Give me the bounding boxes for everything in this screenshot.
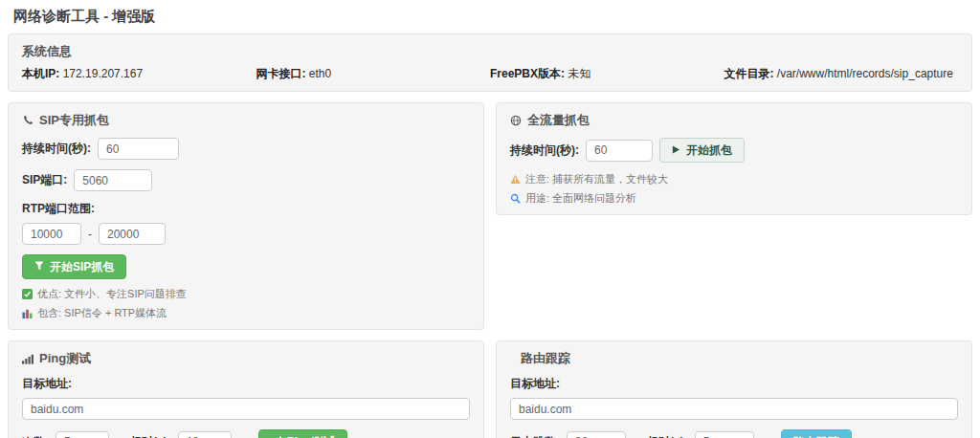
full-duration-label: 持续时间(秒): <box>510 142 579 159</box>
system-info-panel: 系统信息 本机IP: 172.19.207.167 网卡接口: eth0 Fre… <box>8 33 972 92</box>
full-duration-input[interactable] <box>586 140 653 162</box>
local-ip-value: 172.19.207.167 <box>63 67 143 80</box>
full-capture-panel: 全流量抓包 持续时间(秒): 开始抓包 注意: 捕获所有流量，文件较大 <box>496 102 972 215</box>
warning-icon <box>510 174 521 185</box>
traceroute-header: 路由跟踪 <box>510 350 958 367</box>
check-square-icon <box>22 289 33 299</box>
capture-row: SIP专用抓包 持续时间(秒): SIP端口: RTP端口范围: - <box>8 102 972 330</box>
sip-port-input[interactable] <box>74 169 152 191</box>
system-info-items: 本机IP: 172.19.207.167 网卡接口: eth0 FreePBX版… <box>22 66 958 82</box>
traceroute-panel: 路由跟踪 目标地址: 最大跳数: 超时(s): 路由跟踪 <box>496 340 972 438</box>
start-sip-capture-label: 开始SIP抓包 <box>50 261 114 273</box>
full-capture-notes: 注意: 捕获所有流量，文件较大 用途: 全面网络问题分析 <box>510 172 958 206</box>
full-note-purpose: 用途: 全面网络问题分析 <box>510 191 958 206</box>
sip-capture-panel: SIP专用抓包 持续时间(秒): SIP端口: RTP端口范围: - <box>8 102 484 330</box>
ping-test-header: Ping测试 <box>22 350 470 367</box>
ping-count-input[interactable] <box>56 431 109 438</box>
full-note-warning-text: 注意: 捕获所有流量，文件较大 <box>525 172 668 186</box>
ping-timeout-label: 超时(s): <box>130 434 171 438</box>
file-directory-item: 文件目录: /var/www/html/records/sip_capture <box>724 66 959 82</box>
ping-test-title: Ping测试 <box>39 350 91 367</box>
sip-capture-header: SIP专用抓包 <box>22 112 470 129</box>
sip-duration-label: 持续时间(秒): <box>22 141 91 157</box>
traceroute-button[interactable]: 路由跟踪 <box>781 429 852 438</box>
ping-target-label: 目标地址: <box>22 376 470 392</box>
local-ip-item: 本机IP: 172.19.207.167 <box>22 66 256 82</box>
start-sip-capture-button[interactable]: 开始SIP抓包 <box>22 254 126 279</box>
max-hops-input[interactable] <box>567 431 626 438</box>
start-full-capture-label: 开始抓包 <box>686 144 732 156</box>
globe-icon <box>510 115 522 126</box>
test-row: Ping测试 目标地址: 次数: 超时(s): Ping测试 <box>8 340 972 438</box>
freepbx-version-value: 未知 <box>568 67 590 80</box>
traceroute-timeout-label: 超时(s): <box>647 434 688 438</box>
ping-target-input[interactable] <box>22 398 470 420</box>
local-ip-label: 本机IP: <box>22 67 59 80</box>
freepbx-version-item: FreePBX版本: 未知 <box>490 66 724 82</box>
sip-note-advantage: 优点: 文件小、专注SIP问题排查 <box>22 287 470 301</box>
bar-chart-icon <box>22 308 33 318</box>
main-container: 网络诊断工具 - 增强版 系统信息 本机IP: 172.19.207.167 网… <box>0 0 980 438</box>
ping-test-button[interactable]: Ping测试 <box>258 429 347 438</box>
system-info-title: 系统信息 <box>22 43 958 60</box>
file-directory-label: 文件目录: <box>724 67 774 80</box>
traceroute-target-label: 目标地址: <box>510 376 958 392</box>
ping-count-label: 次数: <box>22 434 49 438</box>
interface-item: 网卡接口: eth0 <box>256 66 491 82</box>
freepbx-version-label: FreePBX版本: <box>490 67 565 80</box>
phone-icon <box>22 115 33 126</box>
traceroute-timeout-input[interactable] <box>695 431 754 438</box>
full-capture-title: 全流量抓包 <box>527 112 590 129</box>
rtp-min-input[interactable] <box>22 223 81 245</box>
traceroute-title: 路由跟踪 <box>521 350 570 367</box>
interface-value: eth0 <box>309 67 331 80</box>
interface-label: 网卡接口: <box>256 67 306 80</box>
filter-icon <box>34 261 44 273</box>
rtp-range-label: RTP端口范围: <box>22 201 470 217</box>
full-note-warning: 注意: 捕获所有流量，文件较大 <box>510 172 958 186</box>
full-note-purpose-text: 用途: 全面网络问题分析 <box>525 191 636 206</box>
sip-capture-title: SIP专用抓包 <box>39 112 109 129</box>
sip-port-label: SIP端口: <box>22 172 67 188</box>
max-hops-label: 最大跳数: <box>510 434 560 438</box>
sip-note-advantage-text: 优点: 文件小、专注SIP问题排查 <box>37 287 187 301</box>
file-directory-value: /var/www/html/records/sip_capture <box>777 67 953 80</box>
sip-capture-notes: 优点: 文件小、专注SIP问题排查 包含: SIP信令 + RTP媒体流 <box>22 287 470 320</box>
signal-icon <box>22 354 33 364</box>
search-icon <box>510 193 521 204</box>
sip-note-contains: 包含: SIP信令 + RTP媒体流 <box>22 306 470 320</box>
ping-test-panel: Ping测试 目标地址: 次数: 超时(s): Ping测试 <box>8 340 484 438</box>
rtp-max-input[interactable] <box>99 223 166 245</box>
ping-timeout-input[interactable] <box>178 431 232 438</box>
rtp-range-separator: - <box>88 228 92 241</box>
start-full-capture-button[interactable]: 开始抓包 <box>659 138 745 163</box>
traceroute-target-input[interactable] <box>510 398 958 420</box>
page-title: 网络诊断工具 - 增强版 <box>13 8 972 26</box>
sip-duration-input[interactable] <box>98 138 179 160</box>
play-icon <box>672 144 680 156</box>
sip-note-contains-text: 包含: SIP信令 + RTP媒体流 <box>37 306 167 320</box>
full-capture-header: 全流量抓包 <box>510 112 958 129</box>
